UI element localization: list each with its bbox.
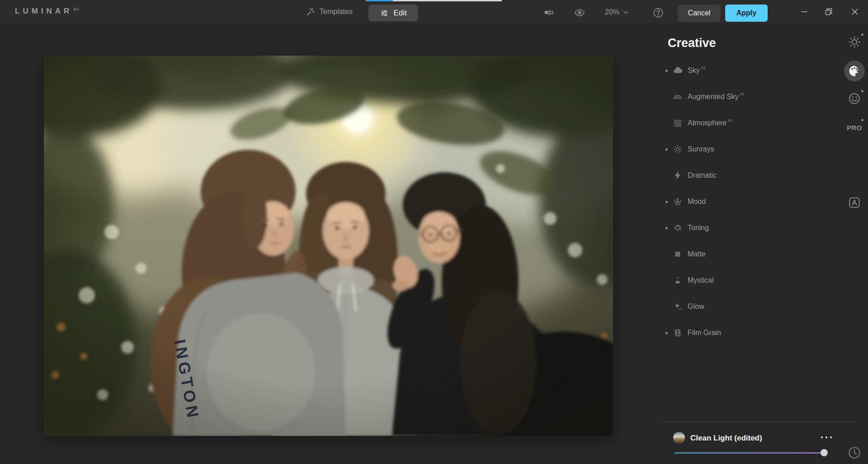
tool-icon	[672, 118, 683, 128]
apply-button[interactable]: Apply	[725, 5, 768, 22]
tool-icon	[672, 249, 683, 260]
help-button[interactable]	[651, 5, 665, 20]
history-button[interactable]	[846, 445, 863, 461]
zoom-level-value: 20%	[605, 8, 619, 16]
edited-dot	[665, 227, 668, 229]
sidebar-item-glow[interactable]: Glow	[661, 294, 833, 320]
preview-button[interactable]	[572, 5, 587, 20]
ellipsis-dot	[830, 436, 832, 438]
rail-local-masking-button[interactable]	[846, 194, 863, 211]
compare-icon	[543, 7, 555, 19]
sidebar-item-label: Film Grain	[688, 329, 721, 337]
close-icon	[849, 6, 860, 17]
minimize-window-button[interactable]	[793, 0, 816, 24]
ellipsis-dot	[821, 436, 823, 438]
help-icon	[652, 7, 664, 19]
rail-essentials-button[interactable]	[846, 34, 863, 50]
edited-dot	[665, 201, 668, 203]
app-logo: LUMINARAI	[15, 7, 79, 16]
portrait-edited-dot	[861, 90, 863, 92]
photo-image: INGTON	[44, 56, 613, 436]
tool-icon	[672, 275, 683, 286]
compare-view-button[interactable]	[542, 5, 556, 20]
sidebar-item-ai-superscript: AI	[728, 118, 732, 123]
luminar-app-window: LUMINARAI Templates Edit 20% Cancel Appl…	[0, 0, 868, 464]
logo-ai-superscript: AI	[73, 7, 79, 11]
edited-dot	[665, 70, 668, 72]
panel-title: Creative	[668, 36, 716, 50]
magic-wand-icon	[306, 7, 316, 17]
rail-professional-button[interactable]: PRO	[846, 119, 863, 136]
sidebar-item-label: Glow	[688, 303, 704, 311]
apply-label: Apply	[736, 9, 756, 17]
top-bar: LUMINARAI Templates Edit 20% Cancel Appl…	[0, 0, 868, 24]
sidebar-item-matte[interactable]: Matte	[661, 241, 833, 267]
templates-tab[interactable]: Templates	[306, 5, 353, 19]
sidebar-item-label: Sky	[688, 66, 700, 75]
clock-icon	[847, 445, 862, 460]
sidebar-item-toning[interactable]: Toning	[661, 215, 833, 241]
sidebar-item-label: Matte	[688, 250, 706, 258]
frame-a-icon	[847, 195, 862, 210]
sidebar-item-label: Atmosphere	[688, 119, 726, 127]
sidebar-item-mystical[interactable]: Mystical	[661, 267, 833, 294]
tool-icon	[672, 327, 683, 338]
tool-icon	[672, 223, 683, 233]
preset-slider-track[interactable]	[675, 452, 827, 454]
sidebar-item-label: Toning	[688, 224, 709, 232]
sidebar-item-label: Dramatic	[688, 171, 717, 180]
preset-thumbnail[interactable]	[673, 432, 685, 444]
restore-icon	[823, 6, 834, 17]
preset-panel-divider	[661, 421, 854, 422]
top-progress-blue-segment	[366, 0, 393, 1]
palette-icon	[848, 64, 861, 78]
rail-creative-button[interactable]	[844, 61, 865, 81]
tool-icon	[672, 144, 683, 155]
templates-label: Templates	[320, 8, 353, 16]
zoom-level-control[interactable]: 20%	[605, 5, 629, 19]
essentials-edited-dot	[861, 33, 863, 36]
sidebar-item-augmented-sky[interactable]: Augmented Sky AI	[661, 84, 833, 110]
edited-dot	[665, 332, 668, 334]
tool-icon	[672, 65, 683, 76]
pro-label: PRO	[847, 124, 862, 132]
cancel-button[interactable]: Cancel	[678, 5, 721, 22]
rail-portrait-button[interactable]	[846, 90, 863, 107]
sidebar-item-label: Mood	[688, 198, 706, 206]
ellipsis-dot	[826, 436, 827, 438]
sidebar-item-label: Sunrays	[688, 145, 714, 153]
preset-slider-knob[interactable]	[821, 449, 828, 456]
cancel-label: Cancel	[688, 9, 711, 17]
sidebar-item-dramatic[interactable]: Dramatic	[661, 162, 833, 189]
preset-options-button[interactable]	[817, 431, 835, 444]
restore-window-button[interactable]	[817, 0, 840, 24]
preset-amount-slider[interactable]	[675, 449, 827, 456]
sidebar-item-ai-superscript: AI	[701, 66, 706, 70]
sidebar-item-label: Augmented Sky	[688, 93, 739, 101]
smiley-icon	[847, 91, 862, 106]
chevron-down-icon	[622, 9, 629, 16]
sidebar-item-ai-superscript: AI	[740, 92, 745, 96]
eye-icon	[574, 7, 585, 19]
preset-name: Clean Light (edited)	[690, 434, 762, 443]
edit-label: Edit	[393, 9, 406, 18]
minimize-icon	[799, 6, 810, 17]
sidebar-item-sky[interactable]: Sky AI	[661, 57, 833, 84]
sidebar-item-film-grain[interactable]: Film Grain	[661, 320, 833, 346]
sidebar-item-atmosphere[interactable]: Atmosphere AI	[661, 110, 833, 136]
sidebar-item-mood[interactable]: Mood	[661, 189, 833, 215]
close-window-button[interactable]	[844, 0, 866, 24]
tool-icon	[672, 196, 683, 207]
creative-list: Sky AI Augmented Sky AI Atmosphere AI Su…	[661, 57, 833, 346]
adjust-sliders-icon	[380, 9, 389, 18]
sun-icon	[847, 34, 862, 50]
top-progress-light-segment	[393, 0, 502, 1]
sidebar-item-label: Mystical	[688, 276, 714, 284]
tool-icon	[672, 170, 683, 181]
tool-icon	[672, 91, 683, 102]
professional-edited-dot	[861, 119, 863, 121]
photo-canvas[interactable]: INGTON	[44, 56, 613, 436]
sidebar-item-sunrays[interactable]: Sunrays	[661, 136, 833, 162]
edited-dot	[665, 148, 668, 151]
edit-tab[interactable]: Edit	[368, 5, 418, 21]
